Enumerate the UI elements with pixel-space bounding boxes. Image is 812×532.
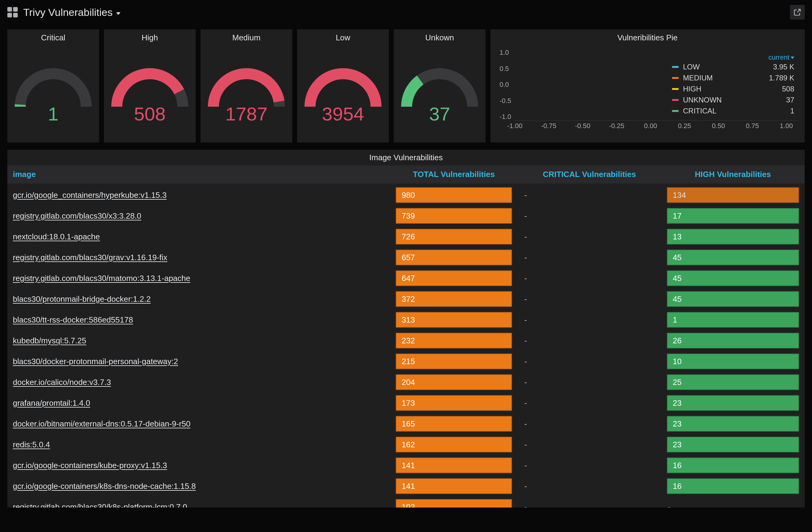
dashboard-grid-icon[interactable] [8,7,18,17]
y-tick: 1.0 [499,48,509,57]
image-link[interactable]: nextcloud:18.0.1-apache [13,232,100,242]
table-row: gcr.io/google-containers/k8s-dns-node-ca… [8,475,804,495]
image-link[interactable]: gcr.io/google-containers/k8s-dns-node-ca… [13,481,195,491]
legend-row-unknown[interactable]: UNKNOWN37 [669,95,797,105]
gauge-value: 508 [104,103,195,125]
legend-row-critical[interactable]: CRITICAL1 [669,105,797,116]
cell-total: 102 [396,499,512,507]
cell-total: 141 [396,478,512,494]
table-title: Image Vulnerabilities [8,153,804,162]
gauge-value: 37 [394,103,485,125]
x-tick: -0.50 [575,122,590,130]
table-row: nextcloud:18.0.1-apache 726 - 13 [8,225,804,246]
gauge-panel-unkown[interactable]: Unkown 37 [394,29,485,143]
col-header-image[interactable]: image [8,166,390,184]
image-link[interactable]: gcr.io/google-containers/kube-proxy:v1.1… [13,461,167,470]
col-header-critical[interactable]: CRITICAL Vulnerabilities [518,166,661,184]
legend-row-high[interactable]: HIGH508 [669,84,797,95]
dashboard-title-dropdown[interactable]: Trivy Vulnerabilities [23,6,120,18]
legend-swatch-icon [672,99,679,101]
y-tick: 0.0 [499,81,509,89]
gauges-row: Critical 1 High 508 Medium 1787 Low 3954 [0,22,812,146]
image-link[interactable]: registry.gitlab.com/blacs30/matomo:3.13.… [13,274,190,283]
table-row: docker.io/calico/node:v3.7.3 204 - 25 [8,371,804,391]
gauge-panel-critical[interactable]: Critical 1 [8,29,99,143]
image-link[interactable]: registry.gitlab.com/blacs30/x3:3.28.0 [13,211,141,221]
gauge-label: Medium [232,33,260,43]
sort-desc-icon [791,57,794,59]
image-link[interactable]: blacs30/protonmail-bridge-docker:1.2.2 [13,294,151,304]
col-header-total[interactable]: TOTAL Vulnerabilities [390,166,518,184]
chevron-down-icon [116,12,120,15]
table-row: kubedb/mysql:5.7.25 232 - 26 [8,329,804,350]
cell-high: 23 [667,436,799,452]
cell-total: 647 [396,270,512,286]
cell-high: 134 [667,187,799,203]
image-link[interactable]: gcr.io/google_containers/hyperkube:v1.15… [13,190,166,200]
y-tick: 0.5 [499,65,509,73]
topbar-left: Trivy Vulnerabilities [8,6,120,18]
cell-high: 45 [667,291,799,307]
pie-legend-header[interactable]: current [669,54,797,61]
cell-critical: - [523,478,655,494]
legend-value: 1 [790,107,794,115]
legend-value: 3.95 K [773,63,794,71]
image-link[interactable]: blacs30/tt-rss-docker:586ed55178 [13,315,133,325]
dashboard-title: Trivy Vulnerabilities [23,6,113,18]
gauge-panel-high[interactable]: High 508 [104,29,195,143]
gauge-panel-low[interactable]: Low 3954 [297,29,389,143]
gauge-label: High [142,33,158,43]
image-link[interactable]: docker.io/bitnami/external-dns:0.5.17-de… [13,419,190,429]
image-link[interactable]: docker.io/calico/node:v3.7.3 [13,378,111,387]
cell-high: 23 [667,416,799,432]
share-icon [793,8,801,16]
gauge-panel-medium[interactable]: Medium 1787 [201,29,292,143]
legend-row-medium[interactable]: MEDIUM1.789 K [669,72,797,84]
cell-high: 26 [667,333,799,348]
col-header-high[interactable]: HIGH Vulnerabilities [661,166,804,184]
x-tick: 0.00 [644,122,657,130]
cell-critical: - [523,395,655,411]
cell-total: 173 [396,395,512,411]
image-link[interactable]: redis:5.0.4 [13,440,50,449]
vulnerability-table: image TOTAL Vulnerabilities CRITICAL Vul… [8,166,804,507]
table-row: docker.io/bitnami/external-dns:0.5.17-de… [8,412,804,433]
gauge-label: Critical [41,33,65,43]
gauge-value: 1787 [201,103,292,125]
share-button[interactable] [790,5,804,19]
cell-critical: - [523,249,655,265]
image-link[interactable]: grafana/promtail:1.4.0 [13,398,90,408]
table-row: blacs30/tt-rss-docker:586ed55178 313 - 1 [8,308,804,329]
cell-high: 45 [667,270,799,286]
gauge-value: 3954 [297,103,389,125]
cell-total: 313 [396,312,512,328]
cell-total: 726 [396,229,512,245]
cell-critical: - [523,457,655,473]
cell-high: - [667,502,671,508]
cell-critical: - [523,270,655,286]
cell-critical: - [523,291,655,307]
y-tick: -0.5 [499,97,511,105]
gauge-value: 1 [8,103,99,125]
legend-name: MEDIUM [683,74,713,82]
legend-swatch-icon [672,66,679,68]
cell-high: 17 [667,208,799,224]
cell-total: 141 [396,457,512,473]
image-link[interactable]: registry.gitlab.com/blacs30/grav:v1.16.1… [13,253,167,262]
legend-name: LOW [683,63,700,71]
cell-critical: - [523,354,655,369]
image-link[interactable]: blacs30/docker-protonmail-personal-gatew… [13,357,178,366]
cell-total: 215 [396,354,512,369]
cell-total: 232 [396,333,512,348]
cell-critical: - [523,374,655,390]
cell-high: 10 [667,354,799,369]
legend-swatch-icon [672,77,679,79]
gauge-chart: 1787 [201,48,292,140]
image-link[interactable]: kubedb/mysql:5.7.25 [13,336,86,345]
table-row: gcr.io/google-containers/kube-proxy:v1.1… [8,454,804,475]
table-row: gcr.io/google_containers/hyperkube:v1.15… [8,184,804,204]
image-link[interactable]: registry.gitlab.com/blacs30/k8s-platform… [13,502,187,508]
cell-critical: - [523,229,655,245]
legend-row-low[interactable]: LOW3.95 K [669,61,797,72]
legend-value: 508 [782,85,794,93]
